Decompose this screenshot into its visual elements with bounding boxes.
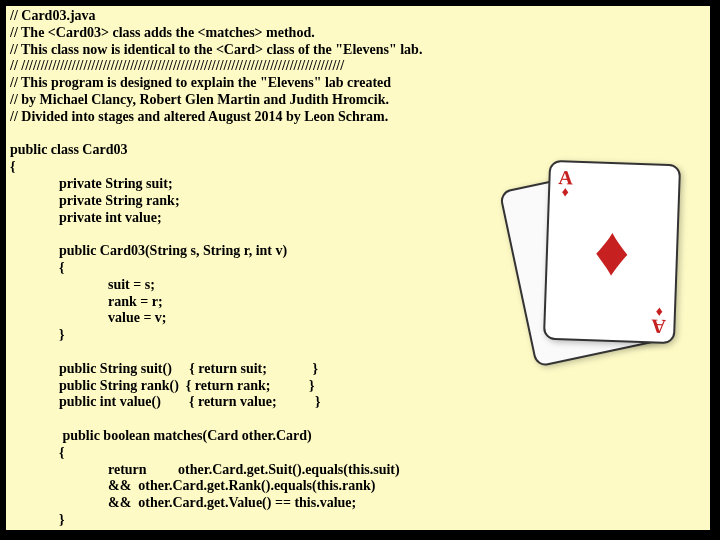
card-rank: A [651,317,666,335]
code-line: private String rank; [10,193,180,208]
code-line: { [10,445,65,460]
code-line: value = v; [10,310,167,325]
code-line: { [10,159,16,174]
code-line: // This class now is identical to the <C… [10,42,422,57]
code-line: && other.Card.get.Value() == this.value; [10,495,356,510]
code-line: // This program is designed to explain t… [10,75,391,90]
slide: // Card03.java // The <Card03> class add… [4,4,712,532]
code-line: public String suit() { return suit; } [10,361,318,376]
code-line: rank = r; [10,294,163,309]
code-line: private int value; [10,210,162,225]
card-corner-bottom: A ♦ [651,305,666,335]
code-line: suit = s; [10,277,155,292]
code-line: } [10,512,65,527]
code-line: // /////////////////////////////////////… [10,58,344,73]
code-line: // The <Card03> class adds the <matches>… [10,25,315,40]
code-line: // Divided into stages and altered Augus… [10,109,388,124]
code-line: return other.Card.get.Suit().equals(this… [10,462,400,477]
code-line: // Card03.java [10,8,96,23]
code-line: && other.Card.get.Rank().equals(this.ran… [10,478,375,493]
code-line: public Card03(String s, String r, int v) [10,243,287,258]
card-front: A ♦ ♦ A ♦ [543,160,681,344]
playing-card-illustration: A ♦ ♦ A ♦ [516,158,686,358]
code-line: { [10,260,65,275]
code-line: } [10,327,65,342]
diamond-icon: ♦ [593,216,631,287]
code-line: public class Card03 [10,142,127,157]
code-line: private String suit; [10,176,173,191]
code-line: public String rank() { return rank; } [10,378,314,393]
code-line: // by Michael Clancy, Robert Glen Martin… [10,92,389,107]
code-line: public boolean matches(Card other.Card) [10,428,312,443]
card-corner-top: A ♦ [558,168,573,198]
code-line: public int value() { return value; } [10,394,321,409]
